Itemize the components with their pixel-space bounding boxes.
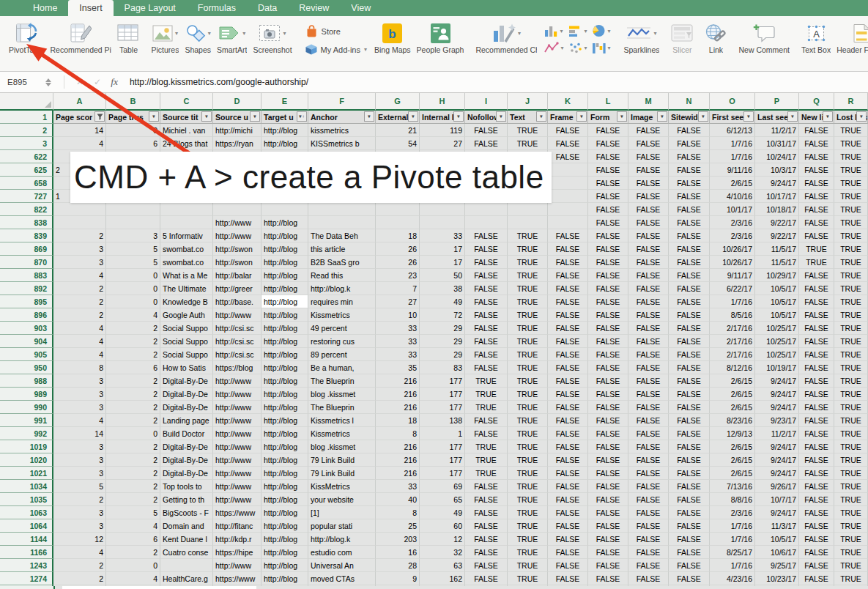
column-header-Q[interactable]: Q [799, 93, 834, 111]
cell-O1020[interactable]: 2/6/15 [710, 453, 755, 467]
cell-B822[interactable] [106, 203, 160, 216]
cell-N1166[interactable]: FALSE [669, 546, 710, 559]
cell-Q1021[interactable]: FALSE [799, 467, 834, 480]
cell-D883[interactable]: http://balar [213, 269, 261, 282]
cell-H1019[interactable]: 177 [420, 440, 465, 453]
line-chart-button[interactable]: ▾ [544, 42, 563, 54]
cell-B896[interactable]: 4 [106, 308, 160, 322]
cell-O3[interactable]: 1/7/16 [710, 137, 755, 150]
scatter-chart-button[interactable]: ▾ [568, 42, 587, 54]
cell-Q903[interactable]: FALSE [799, 322, 834, 335]
cell-H870[interactable]: 17 [420, 256, 465, 269]
cell-H988[interactable]: 177 [420, 374, 465, 388]
select-all-corner[interactable] [0, 93, 53, 111]
cell-F895[interactable]: requires min [308, 295, 376, 308]
cell-M904[interactable]: FALSE [628, 335, 669, 348]
row-header[interactable]: 1063 [0, 506, 53, 519]
cell-R892[interactable]: TRUE [834, 282, 868, 295]
cell-M989[interactable]: FALSE [628, 388, 669, 401]
cell-F988[interactable]: The Blueprin [308, 374, 376, 388]
cell-D838[interactable]: http://www [213, 216, 261, 229]
cell-R1243[interactable]: TRUE [834, 559, 868, 572]
cell-E990[interactable]: http://blog [261, 401, 308, 414]
cell-D992[interactable]: http://www [213, 427, 261, 440]
filter-dropdown-icon[interactable]: ▾ [536, 111, 546, 122]
cell-P1243[interactable]: 9/25/17 [755, 559, 799, 572]
cell-L1274[interactable]: FALSE [588, 572, 628, 585]
cell-L658[interactable]: FALSE [588, 177, 628, 190]
cell-Q822[interactable]: FALSE [799, 203, 834, 216]
cell-D822[interactable] [213, 203, 261, 216]
cell-O896[interactable]: 8/5/16 [710, 308, 755, 322]
cell-O904[interactable]: 2/17/16 [710, 335, 755, 348]
cell-B870[interactable]: 5 [106, 256, 160, 269]
cell-O869[interactable]: 10/26/17 [710, 242, 755, 256]
cell-I883[interactable]: FALSE [465, 269, 508, 282]
cell-J1019[interactable]: TRUE [508, 440, 548, 453]
cell-M1064[interactable]: FALSE [628, 519, 669, 533]
sparklines-button[interactable]: ▾Sparklines [620, 18, 662, 71]
cell-B892[interactable]: 0 [106, 282, 160, 295]
cell-R658[interactable]: TRUE [834, 177, 868, 190]
cell-P1274[interactable]: 10/23/17 [755, 572, 799, 585]
cell-G3[interactable]: 54 [376, 137, 420, 150]
cell-B992[interactable]: 0 [106, 427, 160, 440]
cell-F1166[interactable]: estudio com [308, 546, 376, 559]
cell-B839[interactable]: 3 [106, 229, 160, 242]
cell-R622[interactable]: TRUE [834, 150, 868, 163]
pie-chart-button[interactable]: ▾ [592, 24, 610, 37]
cell-J992[interactable]: TRUE [508, 427, 548, 440]
cell-A1064[interactable]: 3 [53, 519, 106, 533]
cell-A1144[interactable]: 12 [53, 533, 106, 546]
cell-N2[interactable]: FALSE [669, 124, 710, 137]
cell-C992[interactable]: Build Doctor [160, 427, 213, 440]
cell-O838[interactable]: 2/3/16 [710, 216, 755, 229]
cell-A1020[interactable]: 3 [53, 453, 106, 467]
cell-D903[interactable]: http://csi.sc [213, 322, 261, 335]
row-header[interactable]: 903 [0, 322, 53, 335]
filter-dropdown-icon[interactable]: ▾ [453, 111, 464, 122]
column-header-O[interactable]: O [710, 93, 755, 111]
cell-R869[interactable]: TRUE [834, 242, 868, 256]
cell-R1020[interactable]: TRUE [834, 453, 868, 467]
cell-K622[interactable]: FALSE [548, 150, 588, 163]
filter-dropdown-icon[interactable]: ▾ [856, 111, 867, 122]
cell-C838[interactable] [160, 216, 213, 229]
cell-F989[interactable]: blog .kissmet [308, 388, 376, 401]
cell-M991[interactable]: FALSE [628, 414, 669, 427]
cell-L625[interactable]: FALSE [588, 163, 628, 177]
cell-J903[interactable]: TRUE [508, 322, 548, 335]
row-header[interactable]: 658 [0, 177, 53, 190]
cell-M892[interactable]: FALSE [628, 282, 669, 295]
cell-A870[interactable]: 3 [53, 256, 106, 269]
cell-G991[interactable]: 18 [376, 414, 420, 427]
cell-Q895[interactable]: FALSE [799, 295, 834, 308]
cell-A988[interactable]: 3 [53, 374, 106, 388]
cell-C3[interactable]: 24 Blogs that [160, 137, 213, 150]
row-header[interactable]: 1020 [0, 453, 53, 467]
cell-N903[interactable]: FALSE [669, 322, 710, 335]
cell-O950[interactable]: 8/12/16 [710, 361, 755, 374]
cell-A2[interactable]: 14 [53, 124, 106, 137]
cell-M1063[interactable]: FALSE [628, 506, 669, 519]
cell-D896[interactable]: http://www [213, 308, 261, 322]
cell-A1274[interactable]: 2 [53, 572, 106, 585]
cell-G869[interactable]: 26 [376, 242, 420, 256]
cell-H883[interactable]: 50 [420, 269, 465, 282]
tab-insert[interactable]: Insert [68, 0, 113, 16]
cell-R950[interactable]: TRUE [834, 361, 868, 374]
cell-P869[interactable]: 11/5/17 [755, 242, 799, 256]
cell-J1035[interactable]: TRUE [508, 493, 548, 506]
cell-A1021[interactable]: 3 [53, 467, 106, 480]
cell-P870[interactable]: 11/5/17 [755, 256, 799, 269]
cell-J892[interactable]: TRUE [508, 282, 548, 295]
cell-D895[interactable]: http://base. [213, 295, 261, 308]
cell-L895[interactable]: FALSE [588, 295, 628, 308]
cell-P1166[interactable]: 10/6/17 [755, 546, 799, 559]
cell-M2[interactable]: FALSE [628, 124, 669, 137]
filter-dropdown-icon[interactable]: ▾ [698, 111, 708, 122]
cell-P990[interactable]: 9/24/17 [755, 401, 799, 414]
pivottable-button[interactable]: PivotTable [6, 18, 47, 71]
cell-R1019[interactable]: TRUE [834, 440, 868, 453]
cell-F950[interactable]: Be a human, [308, 361, 376, 374]
